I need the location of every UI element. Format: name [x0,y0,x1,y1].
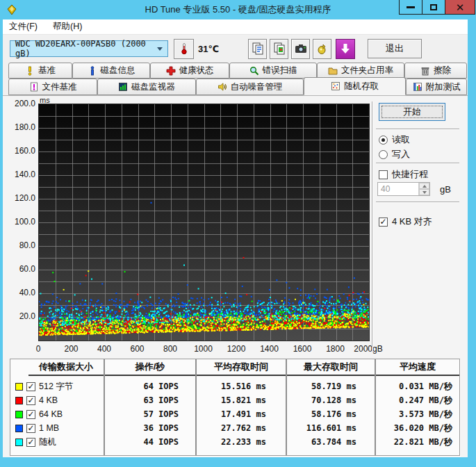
x-tick-label: 1000 [194,344,213,354]
minimize-icon [407,6,415,8]
info-icon [88,66,97,76]
tab-disk-monitor[interactable]: 磁盘监视器 [97,79,196,95]
tab-erase[interactable]: 擦除 [404,63,467,79]
avg-speed-value: 22.821 MB/秒 [376,435,459,449]
short-stroke-option[interactable]: ✓ 快捷行程 [379,168,428,181]
avg-access-value: 15.821 ms [197,393,286,407]
y-tick-label: 100.0 [3,217,35,227]
tab-error-scan[interactable]: 错误扫描 [229,63,317,79]
column-avg-access: 平均存取时间 15.516 ms 15.821 ms 17.491 ms 27.… [197,359,287,455]
screenshot-button[interactable] [291,39,310,59]
temperature-button[interactable] [174,39,194,59]
series-checkbox[interactable]: ✓ [26,382,35,391]
x-tick-label: 600 [130,344,144,354]
y-tick-label: 120.0 [3,193,35,203]
x-tick-label: 1800 [326,344,345,354]
x-tick-label: 1200 [227,344,246,354]
avg-speed-value: 3.573 MB/秒 [376,407,459,421]
series-checkbox[interactable]: ✓ [26,424,35,433]
trash-icon [420,66,430,76]
menu-help[interactable]: 帮助(H) [53,21,82,33]
spinner-up-button[interactable] [419,183,429,189]
drive-select[interactable]: WDC WD20EARX-00PASB0 (2000 gB) [10,40,168,57]
benchmark-icon [25,66,35,76]
short-stroke-size-input[interactable]: 40 [377,182,430,196]
x-tick-label: 1400 [260,344,279,354]
extra-tests-icon [413,82,422,92]
menu-file[interactable]: 文件(F) [9,21,38,33]
read-option[interactable]: 读取 [379,133,410,146]
y-tick-label: 80.0 [3,240,35,250]
copy-image-icon [273,42,286,56]
series-color-swatch [15,383,23,391]
random-access-page: ms 20.040.060.080.0100.0120.0140.0160.01… [3,95,468,457]
column-transfer-size: 传输数据大小 ✓ 512 字节 ✓ 4 KB ✓ 64 KB [10,359,105,455]
health-cross-icon [166,66,176,76]
series-checkbox[interactable]: ✓ [26,438,35,447]
align-option[interactable]: ✓ 4 KB 对齐 [379,215,432,228]
speaker-icon [218,82,227,92]
exit-button[interactable]: 退出 [368,39,422,58]
avg-access-value: 15.516 ms [197,379,286,393]
disk-monitor-icon [118,82,128,92]
title-bar: HD Tune 专业版 5.50 - 硬盘/固态硬盘实用程序 ✕ [0,0,476,19]
short-stroke-unit: gB [440,184,451,195]
tab-file-benchmark[interactable]: 文件基准 [8,79,97,95]
read-radio[interactable] [379,136,388,145]
series-checkbox[interactable]: ✓ [26,396,35,405]
close-icon: ✕ [456,2,465,13]
align-checkbox[interactable]: ✓ [379,218,388,227]
max-access-value: 58.176 ms [287,407,375,421]
toolbar: WDC WD20EARX-00PASB0 (2000 gB) 31℃ [3,35,468,63]
write-option[interactable]: 写入 [379,148,410,161]
column-avg-speed: 平均速度 0.031 MB/秒 0.247 MB/秒 3.573 MB/秒 36… [376,359,459,455]
iops-value: 64 IOPS [105,379,195,393]
short-stroke-checkbox[interactable]: ✓ [379,170,388,179]
iops-value: 63 IOPS [105,393,195,407]
access-time-scatter-chart [38,104,370,341]
column-header: 平均存取时间 [197,359,286,376]
max-access-value: 116.601 ms [287,421,375,435]
iops-value: 57 IOPS [105,407,195,421]
options-button[interactable] [313,39,331,59]
y-tick-label: 200.0 [3,99,35,108]
x-tick-label: 400 [97,344,111,354]
table-row: ✓ 4 KB [10,393,104,407]
tab-disk-info[interactable]: 磁盘信息 [72,63,150,79]
copy-image-button[interactable] [270,39,288,59]
update-button[interactable] [336,39,355,59]
series-color-swatch [15,425,23,432]
y-tick-label: 20.0 [3,311,35,321]
separator [376,129,459,130]
copy-text-button[interactable] [248,39,267,59]
column-header: 传输数据大小 [28,359,104,376]
x-tick-label: 200 [64,344,78,354]
close-button[interactable]: ✕ [445,0,475,15]
tab-folder-usage[interactable]: 文件夹占用率 [317,63,404,79]
max-access-value: 63.784 ms [287,435,375,449]
write-radio[interactable] [379,150,388,159]
chevron-down-icon [157,47,163,51]
table-row: ✓ 64 KB [10,407,104,421]
tab-extra-tests[interactable]: 附加测试 [406,79,467,95]
y-tick-label: 160.0 [3,146,35,156]
series-checkbox[interactable]: ✓ [26,410,35,419]
x-tick-label: 0 [36,344,41,354]
series-label: 512 字节 [39,381,73,393]
series-label: 1 MB [39,423,59,433]
magnifier-icon [249,66,259,76]
start-button[interactable]: 开始 [379,103,445,121]
thermometer-icon [179,42,190,55]
minimize-button[interactable] [399,0,422,15]
table-row: ✓ 512 字节 [10,379,104,393]
tab-random-access[interactable]: 随机存取 [304,77,406,95]
tab-health[interactable]: 健康状态 [150,63,229,79]
file-benchmark-icon [29,82,39,92]
y-tick-label: 180.0 [3,122,35,132]
spinner-down-button[interactable] [419,189,429,195]
tab-benchmark[interactable]: 基准 [8,63,72,79]
tab-aam[interactable]: 自动噪音管理 [196,79,304,95]
avg-access-value: 17.491 ms [197,407,286,421]
focus-ring: 开始 [381,106,443,118]
maximize-button[interactable] [422,0,445,15]
